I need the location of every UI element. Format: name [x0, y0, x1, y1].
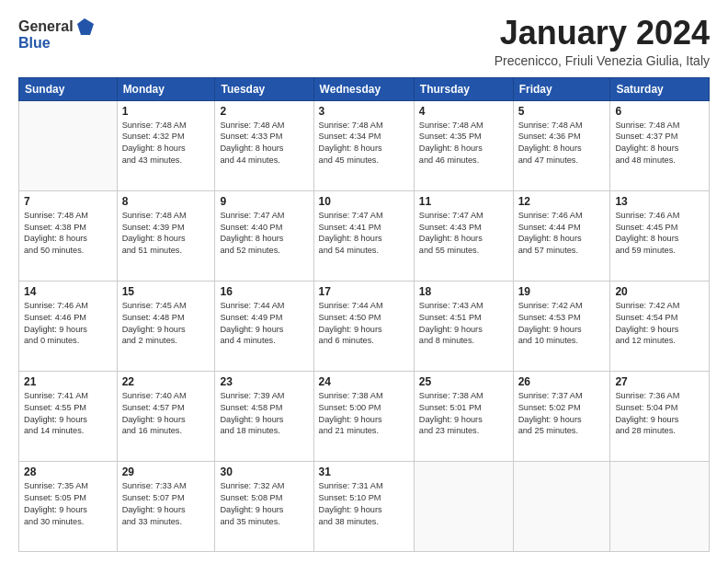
day-number: 4	[419, 105, 508, 118]
calendar-cell: 19Sunrise: 7:42 AMSunset: 4:53 PMDayligh…	[513, 281, 610, 371]
cell-info: Sunrise: 7:42 AMSunset: 4:53 PMDaylight:…	[518, 300, 606, 348]
day-number: 8	[122, 195, 210, 208]
day-number: 3	[319, 105, 409, 118]
calendar-cell: 2Sunrise: 7:48 AMSunset: 4:33 PMDaylight…	[215, 100, 313, 190]
cell-info: Sunrise: 7:48 AMSunset: 4:38 PMDaylight:…	[24, 210, 112, 258]
cell-info: Sunrise: 7:48 AMSunset: 4:36 PMDaylight:…	[518, 120, 606, 167]
calendar-cell: 28Sunrise: 7:35 AMSunset: 5:05 PMDayligh…	[19, 461, 118, 551]
day-header-saturday: Saturday	[610, 77, 710, 100]
day-number: 30	[220, 465, 308, 478]
calendar-cell	[513, 461, 610, 551]
day-header-tuesday: Tuesday	[215, 77, 313, 100]
cell-info: Sunrise: 7:33 AMSunset: 5:07 PMDaylight:…	[122, 480, 210, 528]
cell-info: Sunrise: 7:46 AMSunset: 4:45 PMDaylight:…	[615, 210, 704, 258]
calendar-cell: 24Sunrise: 7:38 AMSunset: 5:00 PMDayligh…	[313, 371, 414, 461]
calendar-cell: 20Sunrise: 7:42 AMSunset: 4:54 PMDayligh…	[610, 281, 710, 371]
calendar-cell: 5Sunrise: 7:48 AMSunset: 4:36 PMDaylight…	[513, 100, 610, 190]
cell-info: Sunrise: 7:31 AMSunset: 5:10 PMDaylight:…	[319, 480, 409, 528]
day-number: 24	[319, 375, 409, 388]
cell-info: Sunrise: 7:38 AMSunset: 5:01 PMDaylight:…	[419, 390, 508, 438]
cell-info: Sunrise: 7:38 AMSunset: 5:00 PMDaylight:…	[319, 390, 409, 438]
cell-info: Sunrise: 7:47 AMSunset: 4:43 PMDaylight:…	[419, 210, 508, 258]
day-number: 31	[319, 465, 409, 478]
calendar-cell: 26Sunrise: 7:37 AMSunset: 5:02 PMDayligh…	[513, 371, 610, 461]
svg-marker-1	[77, 18, 94, 35]
calendar-cell: 6Sunrise: 7:48 AMSunset: 4:37 PMDaylight…	[610, 100, 710, 190]
calendar-table: SundayMondayTuesdayWednesdayThursdayFrid…	[18, 77, 710, 552]
day-number: 13	[615, 195, 704, 208]
day-number: 5	[518, 105, 606, 118]
cell-info: Sunrise: 7:48 AMSunset: 4:32 PMDaylight:…	[122, 120, 210, 167]
cell-info: Sunrise: 7:47 AMSunset: 4:40 PMDaylight:…	[220, 210, 308, 258]
calendar-cell	[414, 461, 513, 551]
calendar-cell: 17Sunrise: 7:44 AMSunset: 4:50 PMDayligh…	[313, 281, 414, 371]
day-number: 19	[518, 285, 606, 298]
week-row-3: 14Sunrise: 7:46 AMSunset: 4:46 PMDayligh…	[19, 281, 710, 371]
day-number: 18	[419, 285, 508, 298]
calendar-cell: 22Sunrise: 7:40 AMSunset: 4:57 PMDayligh…	[117, 371, 215, 461]
cell-info: Sunrise: 7:40 AMSunset: 4:57 PMDaylight:…	[122, 390, 210, 438]
cell-info: Sunrise: 7:44 AMSunset: 4:49 PMDaylight:…	[220, 300, 308, 348]
cell-info: Sunrise: 7:48 AMSunset: 4:39 PMDaylight:…	[122, 210, 210, 258]
month-title: January 2024	[495, 15, 710, 52]
day-number: 27	[615, 375, 704, 388]
day-number: 15	[122, 285, 210, 298]
cell-info: Sunrise: 7:48 AMSunset: 4:33 PMDaylight:…	[220, 120, 308, 167]
cell-info: Sunrise: 7:45 AMSunset: 4:48 PMDaylight:…	[122, 300, 210, 348]
day-number: 22	[122, 375, 210, 388]
cell-info: Sunrise: 7:32 AMSunset: 5:08 PMDaylight:…	[220, 480, 308, 528]
cell-info: Sunrise: 7:39 AMSunset: 4:58 PMDaylight:…	[220, 390, 308, 438]
day-number: 28	[24, 465, 112, 478]
week-row-5: 28Sunrise: 7:35 AMSunset: 5:05 PMDayligh…	[19, 461, 710, 551]
calendar-cell: 8Sunrise: 7:48 AMSunset: 4:39 PMDaylight…	[117, 190, 215, 281]
calendar-cell: 12Sunrise: 7:46 AMSunset: 4:44 PMDayligh…	[513, 190, 610, 281]
day-number: 17	[319, 285, 409, 298]
calendar-cell: 18Sunrise: 7:43 AMSunset: 4:51 PMDayligh…	[414, 281, 513, 371]
page: General Blue January 2024 Precenicco, Fr…	[0, 0, 728, 563]
header: General Blue January 2024 Precenicco, Fr…	[18, 15, 710, 68]
title-block: January 2024 Precenicco, Friuli Venezia …	[495, 15, 710, 68]
calendar-cell: 15Sunrise: 7:45 AMSunset: 4:48 PMDayligh…	[117, 281, 215, 371]
logo-image: General Blue	[18, 15, 101, 57]
day-number: 7	[24, 195, 112, 208]
day-number: 6	[615, 105, 704, 118]
calendar-cell: 10Sunrise: 7:47 AMSunset: 4:41 PMDayligh…	[313, 190, 414, 281]
calendar-cell	[19, 100, 118, 190]
cell-info: Sunrise: 7:46 AMSunset: 4:44 PMDaylight:…	[518, 210, 606, 258]
calendar-cell: 13Sunrise: 7:46 AMSunset: 4:45 PMDayligh…	[610, 190, 710, 281]
day-number: 9	[220, 195, 308, 208]
calendar-cell: 1Sunrise: 7:48 AMSunset: 4:32 PMDaylight…	[117, 100, 215, 190]
calendar-cell: 25Sunrise: 7:38 AMSunset: 5:01 PMDayligh…	[414, 371, 513, 461]
calendar-cell: 16Sunrise: 7:44 AMSunset: 4:49 PMDayligh…	[215, 281, 313, 371]
calendar-cell: 31Sunrise: 7:31 AMSunset: 5:10 PMDayligh…	[313, 461, 414, 551]
calendar-cell: 30Sunrise: 7:32 AMSunset: 5:08 PMDayligh…	[215, 461, 313, 551]
calendar-cell: 21Sunrise: 7:41 AMSunset: 4:55 PMDayligh…	[19, 371, 118, 461]
day-number: 21	[24, 375, 112, 388]
cell-info: Sunrise: 7:48 AMSunset: 4:37 PMDaylight:…	[615, 120, 704, 167]
cell-info: Sunrise: 7:47 AMSunset: 4:41 PMDaylight:…	[319, 210, 409, 258]
day-header-thursday: Thursday	[414, 77, 513, 100]
calendar-cell: 4Sunrise: 7:48 AMSunset: 4:35 PMDaylight…	[414, 100, 513, 190]
cell-info: Sunrise: 7:43 AMSunset: 4:51 PMDaylight:…	[419, 300, 508, 348]
day-number: 20	[615, 285, 704, 298]
day-header-friday: Friday	[513, 77, 610, 100]
day-number: 11	[419, 195, 508, 208]
calendar-cell: 23Sunrise: 7:39 AMSunset: 4:58 PMDayligh…	[215, 371, 313, 461]
day-number: 2	[220, 105, 308, 118]
calendar-cell: 7Sunrise: 7:48 AMSunset: 4:38 PMDaylight…	[19, 190, 118, 281]
day-header-wednesday: Wednesday	[313, 77, 414, 100]
week-row-2: 7Sunrise: 7:48 AMSunset: 4:38 PMDaylight…	[19, 190, 710, 281]
day-number: 29	[122, 465, 210, 478]
cell-info: Sunrise: 7:44 AMSunset: 4:50 PMDaylight:…	[319, 300, 409, 348]
svg-text:Blue: Blue	[18, 35, 51, 51]
cell-info: Sunrise: 7:42 AMSunset: 4:54 PMDaylight:…	[615, 300, 704, 348]
calendar-cell: 3Sunrise: 7:48 AMSunset: 4:34 PMDaylight…	[313, 100, 414, 190]
day-header-monday: Monday	[117, 77, 215, 100]
cell-info: Sunrise: 7:41 AMSunset: 4:55 PMDaylight:…	[24, 390, 112, 438]
calendar-cell: 9Sunrise: 7:47 AMSunset: 4:40 PMDaylight…	[215, 190, 313, 281]
day-number: 23	[220, 375, 308, 388]
calendar-cell: 29Sunrise: 7:33 AMSunset: 5:07 PMDayligh…	[117, 461, 215, 551]
cell-info: Sunrise: 7:35 AMSunset: 5:05 PMDaylight:…	[24, 480, 112, 528]
cell-info: Sunrise: 7:48 AMSunset: 4:35 PMDaylight:…	[419, 120, 508, 167]
cell-info: Sunrise: 7:37 AMSunset: 5:02 PMDaylight:…	[518, 390, 606, 438]
